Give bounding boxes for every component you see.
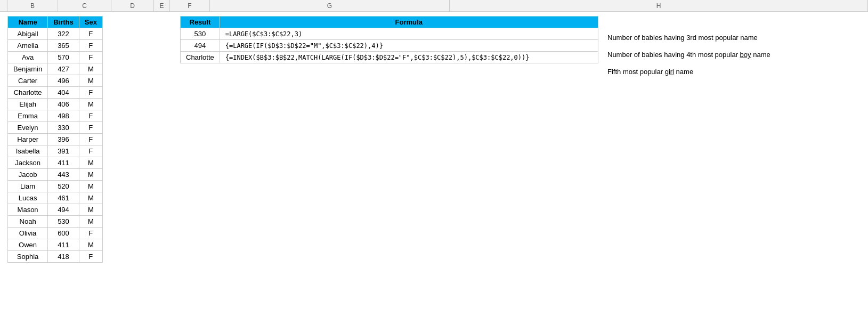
births-cell: 461 [48, 192, 79, 204]
births-cell: 498 [48, 110, 79, 122]
sex-cell: F [79, 251, 102, 263]
name-cell: Emma [8, 110, 48, 122]
name-cell: Benjamin [8, 63, 48, 75]
name-cell: Liam [8, 181, 48, 192]
result-cell: Charlotte [181, 52, 220, 63]
sex-cell: M [79, 181, 102, 192]
name-cell: Evelyn [8, 122, 48, 134]
births-cell: 520 [48, 181, 79, 192]
births-cell: 411 [48, 239, 79, 251]
name-cell: Lucas [8, 192, 48, 204]
name-cell: Abigail [8, 28, 48, 40]
name-cell: Amelia [8, 40, 48, 52]
name-cell: Elijah [8, 99, 48, 110]
col-header-f: F [170, 0, 210, 11]
sex-cell: M [79, 216, 102, 228]
sex-cell: M [79, 192, 102, 204]
row-number-header [0, 0, 7, 11]
name-cell: Ava [8, 52, 48, 63]
formula-table-result-header: Result [181, 17, 220, 28]
sex-cell: F [79, 110, 102, 122]
births-cell: 322 [48, 28, 79, 40]
col-header-births: Births [48, 17, 79, 28]
sex-cell: M [79, 75, 102, 87]
result-cell: 494 [181, 40, 220, 52]
sex-cell: F [79, 134, 102, 145]
births-cell: 427 [48, 63, 79, 75]
table-row: Liam520M [8, 181, 103, 192]
table-row: Carter496M [8, 75, 103, 87]
col-header-b: B [7, 0, 58, 11]
births-cell: 443 [48, 169, 79, 181]
formula-row: 530=LARGE($C$3:$C$22,3) [181, 28, 598, 40]
births-cell: 570 [48, 52, 79, 63]
sex-cell: M [79, 169, 102, 181]
formula-cell: {=INDEX($B$3:$B$22,MATCH(LARGE(IF($D$3:$… [220, 52, 598, 63]
column-header-bar: B C D E F G H [0, 0, 868, 12]
births-cell: 600 [48, 228, 79, 239]
table-row: Emma498F [8, 110, 103, 122]
sex-cell: F [79, 228, 102, 239]
births-cell: 404 [48, 87, 79, 99]
table-row: Isabella391F [8, 145, 103, 157]
name-cell: Owen [8, 239, 48, 251]
table-row: Sophia418F [8, 251, 103, 263]
col-header-h: H [450, 0, 868, 11]
col-header-name: Name [8, 17, 48, 28]
births-cell: 496 [48, 75, 79, 87]
name-cell: Jacob [8, 169, 48, 181]
col-header-c: C [58, 0, 111, 11]
sex-cell: M [79, 204, 102, 216]
table-row: Noah530M [8, 216, 103, 228]
table-row: Jacob443M [8, 169, 103, 181]
name-cell: Olivia [8, 228, 48, 239]
name-cell: Isabella [8, 145, 48, 157]
sex-cell: F [79, 87, 102, 99]
col-header-e: E [154, 0, 170, 11]
sex-cell: M [79, 239, 102, 251]
name-cell: Harper [8, 134, 48, 145]
formula-row: Charlotte{=INDEX($B$3:$B$22,MATCH(LARGE(… [181, 52, 598, 63]
descriptions-panel: Number of babies having 3rd most popular… [607, 29, 770, 80]
births-cell: 418 [48, 251, 79, 263]
table-row: Charlotte404F [8, 87, 103, 99]
spreadsheet: B C D E F G H Name Births Sex Abigail322… [0, 0, 868, 316]
sex-cell: F [79, 40, 102, 52]
sex-cell: F [79, 52, 102, 63]
births-cell: 411 [48, 157, 79, 169]
desc-row-3: Fifth most popular girl name [607, 63, 770, 80]
name-cell: Jackson [8, 157, 48, 169]
table-row: Lucas461M [8, 192, 103, 204]
name-cell: Charlotte [8, 87, 48, 99]
table-row: Abigail322F [8, 28, 103, 40]
col-header-sex: Sex [79, 17, 102, 28]
table-row: Evelyn330F [8, 122, 103, 134]
births-cell: 530 [48, 216, 79, 228]
table-row: Harper396F [8, 134, 103, 145]
sex-cell: F [79, 122, 102, 134]
formula-table-formula-header: Formula [220, 17, 598, 28]
sex-cell: M [79, 157, 102, 169]
name-cell: Mason [8, 204, 48, 216]
births-cell: 396 [48, 134, 79, 145]
table-row: Elijah406M [8, 99, 103, 110]
data-table: Name Births Sex Abigail322FAmelia365FAva… [7, 16, 103, 263]
result-cell: 530 [181, 28, 220, 40]
formula-cell: {=LARGE(IF($D$3:$D$22="M",$C$3:$C$22),4)… [220, 40, 598, 52]
table-row: Jackson411M [8, 157, 103, 169]
formula-row: 494{=LARGE(IF($D$3:$D$22="M",$C$3:$C$22)… [181, 40, 598, 52]
table-row: Benjamin427M [8, 63, 103, 75]
births-cell: 494 [48, 204, 79, 216]
births-cell: 330 [48, 122, 79, 134]
name-cell: Sophia [8, 251, 48, 263]
sex-cell: M [79, 63, 102, 75]
sex-cell: F [79, 28, 102, 40]
formula-cell: =LARGE($C$3:$C$22,3) [220, 28, 598, 40]
births-cell: 406 [48, 99, 79, 110]
col-header-d: D [111, 0, 154, 11]
births-cell: 391 [48, 145, 79, 157]
births-cell: 365 [48, 40, 79, 52]
table-row: Mason494M [8, 204, 103, 216]
table-row: Amelia365F [8, 40, 103, 52]
sex-cell: F [79, 145, 102, 157]
